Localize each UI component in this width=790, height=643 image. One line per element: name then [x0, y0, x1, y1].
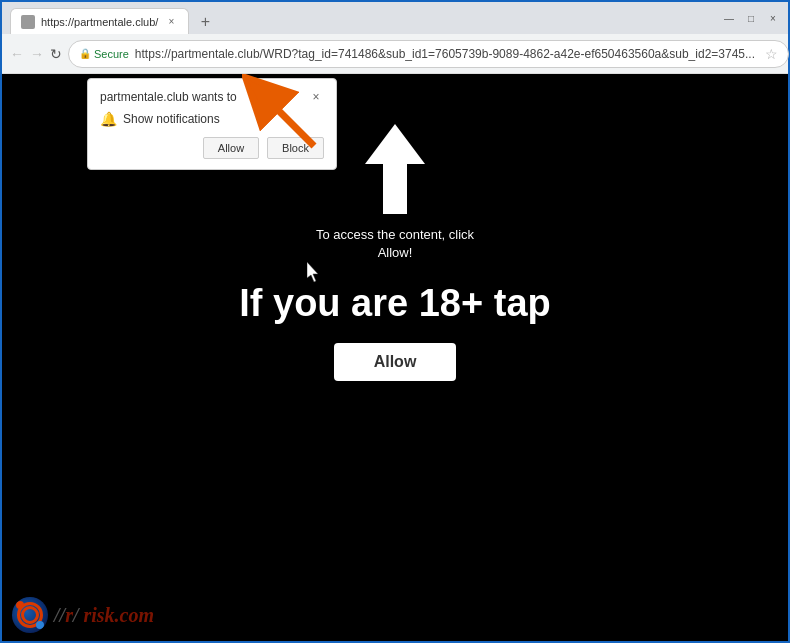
- maximize-button[interactable]: □: [744, 11, 758, 25]
- popup-close-btn[interactable]: ×: [308, 89, 324, 105]
- tab-close-btn[interactable]: ×: [164, 15, 178, 29]
- arrow-up-icon: [355, 124, 435, 214]
- secure-label: Secure: [94, 48, 129, 60]
- popup-title: partmentale.club wants to: [100, 90, 237, 104]
- new-tab-button[interactable]: +: [193, 10, 217, 34]
- forward-button[interactable]: →: [30, 40, 44, 68]
- title-bar: https://partmentale.club/ × + — □ ×: [2, 2, 788, 34]
- content-area: To access the content, clickAllow! If yo…: [2, 74, 788, 641]
- secure-icon: Secure: [79, 48, 129, 60]
- close-window-button[interactable]: ×: [766, 11, 780, 25]
- popup-notification-row: 🔔 Show notifications: [100, 111, 324, 127]
- allow-button-bottom[interactable]: Allow: [334, 343, 457, 381]
- refresh-button[interactable]: ↻: [50, 40, 62, 68]
- url-text: https://partmentale.club/WRD?tag_id=7414…: [135, 47, 755, 61]
- active-tab[interactable]: https://partmentale.club/ ×: [10, 8, 189, 34]
- popup-header: partmentale.club wants to ×: [100, 89, 324, 105]
- browser-frame: https://partmentale.club/ × + — □ × ← → …: [0, 0, 790, 643]
- popup-block-button[interactable]: Block: [267, 137, 324, 159]
- nav-bar: ← → ↻ Secure https://partmentale.club/WR…: [2, 34, 788, 74]
- back-button[interactable]: ←: [10, 40, 24, 68]
- svg-marker-0: [365, 124, 425, 214]
- tab-favicon: [21, 15, 35, 29]
- notification-popup: partmentale.club wants to × 🔔 Show notif…: [87, 78, 337, 170]
- notification-text: Show notifications: [123, 112, 220, 126]
- popup-allow-button[interactable]: Allow: [203, 137, 259, 159]
- tab-label: https://partmentale.club/: [41, 16, 158, 28]
- bell-icon: 🔔: [100, 111, 117, 127]
- minimize-button[interactable]: —: [722, 11, 736, 25]
- watermark: //r/ risk.com: [12, 597, 154, 633]
- tab-bar: https://partmentale.club/ × +: [10, 2, 710, 34]
- window-controls: — □ ×: [722, 11, 780, 25]
- bookmark-icon[interactable]: ☆: [765, 46, 778, 62]
- address-bar[interactable]: Secure https://partmentale.club/WRD?tag_…: [68, 40, 789, 68]
- instruction-text: To access the content, clickAllow!: [316, 226, 474, 262]
- pcrisk-logo: [12, 597, 48, 633]
- watermark-text: //r/ risk.com: [54, 602, 154, 628]
- popup-buttons: Allow Block: [100, 137, 324, 159]
- big-text: If you are 18+ tap: [239, 282, 551, 325]
